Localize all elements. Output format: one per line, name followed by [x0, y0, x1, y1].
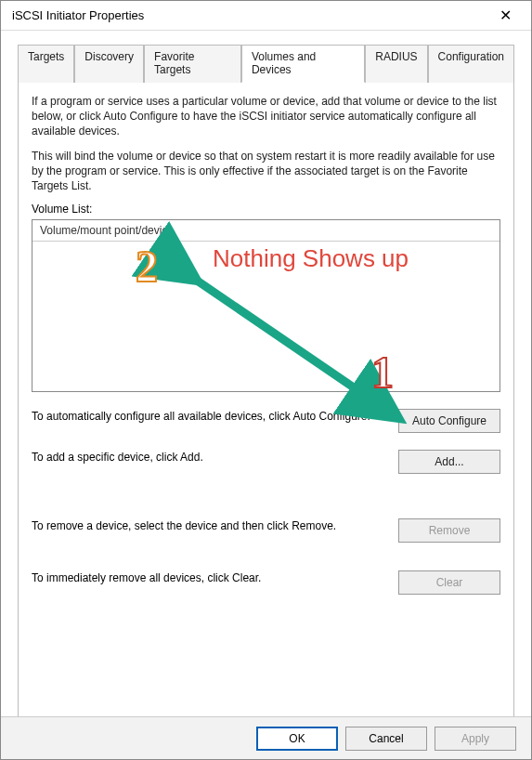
window-title: iSCSI Initiator Properties	[12, 8, 487, 22]
intro-text-2: This will bind the volume or device so t…	[32, 149, 500, 194]
auto-configure-text: To automatically configure all available…	[32, 409, 398, 424]
tab-radius[interactable]: RADIUS	[365, 45, 427, 83]
close-icon: ✕	[500, 7, 512, 24]
ok-button[interactable]: OK	[256, 727, 338, 751]
cancel-button[interactable]: Cancel	[345, 727, 427, 751]
tab-favorite-targets[interactable]: Favorite Targets	[144, 45, 241, 83]
add-text: To add a specific device, click Add.	[32, 450, 398, 465]
dialog-button-bar: OK Cancel Apply	[1, 716, 531, 759]
tab-strip: Targets Discovery Favorite Targets Volum…	[18, 44, 514, 83]
remove-text: To remove a device, select the device an…	[32, 518, 398, 533]
tab-volumes-and-devices[interactable]: Volumes and Devices	[241, 45, 365, 83]
annotation-marker-2: 2	[136, 241, 158, 292]
tab-configuration[interactable]: Configuration	[428, 45, 514, 83]
remove-button: Remove	[398, 518, 500, 543]
volume-list-header: Volume/mount point/device	[32, 220, 500, 242]
annotation-note: Nothing Shows up	[213, 244, 409, 273]
tab-page-volumes: If a program or service uses a particula…	[18, 83, 514, 733]
auto-configure-button[interactable]: Auto Configure	[398, 409, 500, 433]
tab-discovery[interactable]: Discovery	[74, 45, 144, 83]
clear-text: To immediately remove all devices, click…	[32, 570, 398, 585]
titlebar: iSCSI Initiator Properties ✕	[1, 1, 531, 31]
apply-button: Apply	[435, 727, 516, 751]
intro-text-1: If a program or service uses a particula…	[32, 94, 500, 139]
add-button[interactable]: Add...	[398, 450, 500, 474]
annotation-marker-1: 1	[371, 347, 394, 398]
clear-button: Clear	[398, 570, 500, 595]
tab-targets[interactable]: Targets	[18, 45, 74, 83]
volume-list-label: Volume List:	[32, 203, 500, 216]
close-button[interactable]: ✕	[487, 3, 524, 29]
dialog-content: Targets Discovery Favorite Targets Volum…	[1, 31, 531, 742]
